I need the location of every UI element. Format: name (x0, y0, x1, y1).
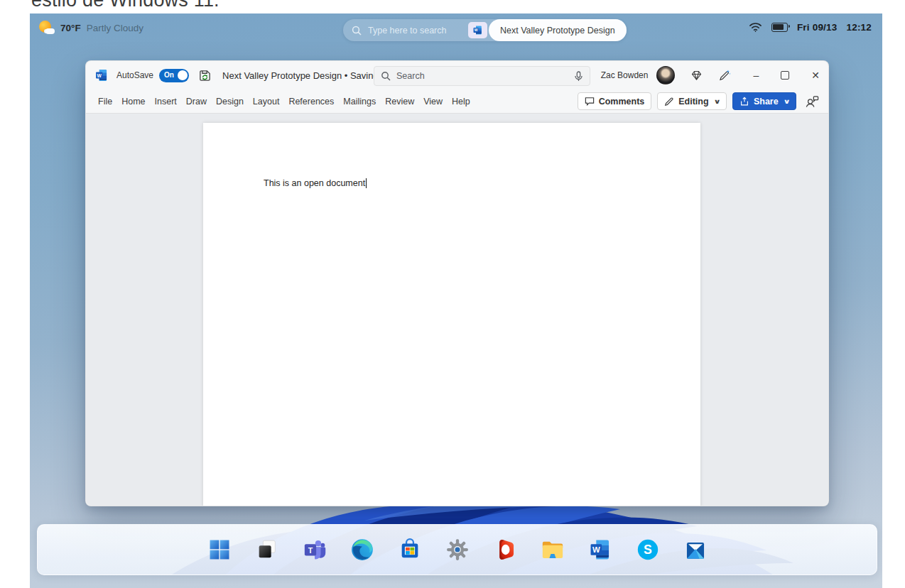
comments-button[interactable]: Comments (578, 92, 652, 110)
document-title: Next Valley Prototype Design • Saving... (222, 70, 386, 81)
weather-widget[interactable]: 70°F Partly Cloudy (39, 21, 143, 35)
search-icon (381, 71, 391, 81)
taskbar-office-button[interactable] (493, 538, 517, 562)
word-icon: W (472, 25, 483, 36)
close-icon: ✕ (811, 70, 820, 81)
chevron-down-icon: ∨ (713, 98, 720, 105)
autosave-label: AutoSave (116, 70, 153, 80)
wifi-icon[interactable] (749, 21, 762, 33)
microphone-icon[interactable] (574, 71, 583, 82)
topbar-search-input[interactable]: Type here to search (343, 26, 467, 36)
battery-icon[interactable] (771, 23, 788, 32)
taskbar-file-explorer-button[interactable] (541, 538, 565, 562)
taskbar-skype-button[interactable]: S (636, 538, 660, 562)
word-icon: W (588, 538, 612, 562)
word-search-placeholder: Search (396, 71, 568, 81)
word-search-box[interactable]: Search (374, 66, 590, 86)
topbar-status-area: Fri 09/13 12:12 (749, 21, 872, 33)
maximize-button[interactable] (781, 71, 789, 80)
tab-mailings[interactable]: Mailings (343, 97, 376, 107)
word-window: W AutoSave On (85, 60, 829, 506)
draft-with-copilot-button[interactable] (718, 69, 731, 82)
start-icon (207, 538, 232, 562)
document-text: This is an open document (264, 178, 367, 188)
tab-file[interactable]: File (98, 97, 112, 107)
running-app-label: Next Valley Prototype Design (500, 26, 615, 36)
ribbon-bar: File Home Insert Draw Design Layout Refe… (86, 89, 828, 114)
share-icon (739, 97, 749, 107)
diamond-icon (690, 70, 703, 81)
svg-text:W: W (475, 28, 478, 32)
tab-help[interactable]: Help (452, 97, 470, 107)
premium-diamond-button[interactable] (690, 70, 703, 81)
clock-date[interactable]: Fri 09/13 (797, 22, 838, 33)
word-logo-icon: W (94, 68, 109, 82)
taskbar-teams-button[interactable]: T (303, 538, 327, 562)
svg-text:W: W (97, 73, 102, 78)
pencil-icon (664, 97, 674, 107)
weather-condition: Partly Cloudy (87, 23, 143, 33)
topbar-search-capsule: Type here to search W Next Valley Protot… (343, 19, 627, 41)
user-avatar[interactable] (656, 66, 675, 85)
user-name: Zac Bowden (601, 70, 649, 80)
clock-time[interactable]: 12:12 (846, 22, 872, 33)
tab-review[interactable]: Review (385, 97, 414, 107)
tab-design[interactable]: Design (216, 97, 244, 107)
svg-text:S: S (644, 543, 652, 557)
document-page[interactable]: This is an open document (203, 123, 700, 506)
office-icon (493, 538, 517, 562)
comment-icon (585, 97, 595, 106)
taskbar-start-button[interactable] (207, 538, 232, 562)
running-app-pill[interactable]: Next Valley Prototype Design (489, 19, 627, 41)
editing-label: Editing (678, 97, 708, 107)
ribbon-tabs: File Home Insert Draw Design Layout Refe… (98, 97, 470, 107)
share-button[interactable]: Share ∨ (732, 92, 796, 110)
editing-mode-button[interactable]: Editing ∨ (657, 92, 727, 110)
document-title-dropdown[interactable]: Next Valley Prototype Design • Saving...… (222, 70, 396, 81)
page-heading-cropped: estilo de Windows 11. (31, 0, 220, 11)
chevron-down-icon: ∨ (783, 98, 790, 105)
comments-label: Comments (599, 97, 645, 107)
minimize-button[interactable]: – (753, 70, 759, 81)
tab-layout[interactable]: Layout (253, 97, 280, 107)
taskbar-settings-button[interactable] (445, 538, 470, 562)
text-cursor (366, 178, 367, 188)
autosave-toggle[interactable]: On (159, 69, 189, 82)
save-sync-icon (198, 69, 212, 82)
topbar-search-placeholder: Type here to search (368, 26, 446, 36)
taskbar-task-view-button[interactable] (255, 538, 279, 562)
minimize-icon: – (753, 70, 759, 81)
document-workspace: This is an open document (86, 114, 828, 506)
taskbar-word-button[interactable]: W (588, 538, 612, 562)
settings-gear-icon (445, 538, 470, 562)
task-view-icon (255, 538, 279, 562)
search-icon (352, 26, 362, 36)
tab-references[interactable]: References (288, 97, 334, 107)
running-app-chip[interactable]: W (468, 22, 487, 38)
taskbar-mail-button[interactable] (683, 538, 708, 562)
microsoft-store-icon (398, 538, 422, 562)
taskbar-edge-button[interactable] (350, 538, 374, 562)
catch-up-button[interactable] (805, 95, 819, 108)
svg-text:W: W (592, 545, 600, 554)
taskbar-store-button[interactable] (398, 538, 422, 562)
word-titlebar: W AutoSave On (86, 61, 828, 89)
tab-view[interactable]: View (423, 97, 443, 107)
toggle-knob (178, 70, 188, 80)
svg-text:T: T (308, 546, 313, 555)
tab-home[interactable]: Home (121, 97, 145, 107)
tab-insert[interactable]: Insert (155, 97, 177, 107)
edge-icon (350, 538, 374, 562)
partly-cloudy-icon (39, 21, 55, 35)
file-explorer-icon (541, 538, 565, 562)
skype-icon: S (636, 538, 660, 562)
share-label: Share (754, 97, 779, 107)
tab-draw[interactable]: Draw (186, 97, 207, 107)
save-button[interactable] (198, 69, 212, 82)
mail-icon (683, 538, 708, 562)
autosave-state-label: On (164, 71, 174, 79)
weather-temperature: 70°F (60, 23, 81, 33)
desktop: 70°F Partly Cloudy Type here to search W (30, 13, 882, 588)
maximize-icon (781, 71, 789, 80)
close-button[interactable]: ✕ (811, 70, 820, 81)
